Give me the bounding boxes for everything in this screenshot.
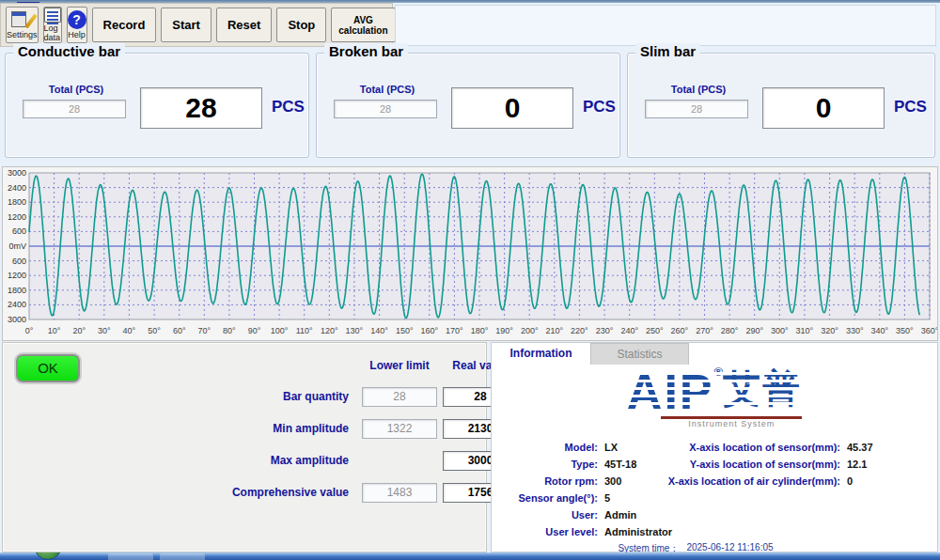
broken-unit-label: PCS	[583, 98, 616, 117]
svg-text:1800: 1800	[8, 197, 26, 207]
info-fields-right: X-axis location of sensor(mm):45.37 Y-ax…	[612, 439, 873, 490]
taskbar-button[interactable]	[160, 553, 205, 560]
help-button-label: Help	[68, 30, 86, 39]
svg-text:70°: 70°	[197, 326, 211, 335]
broken-bar-panel: Broken bar Total (PCS) 28 0 PCS	[316, 53, 620, 158]
broken-count-display: 0	[451, 87, 573, 129]
svg-text:2400: 2400	[8, 300, 26, 309]
svg-text:280°: 280°	[721, 326, 739, 335]
svg-text:310°: 310°	[796, 326, 814, 335]
svg-text:160°: 160°	[420, 326, 438, 335]
y-sensor-label: Y-axis location of sensor(mm):	[612, 459, 847, 470]
type-label: Type:	[499, 459, 604, 470]
taskbar-button[interactable]	[108, 553, 153, 560]
svg-text:250°: 250°	[646, 326, 664, 335]
taskbar-sliver[interactable]	[0, 552, 940, 560]
start-button[interactable]: Start	[161, 8, 212, 42]
y-sensor-value: 12.1	[847, 459, 867, 470]
user-level-value: Administrator	[604, 526, 672, 537]
slim-count-display: 0	[762, 87, 885, 129]
user-level-label: User level:	[499, 526, 604, 537]
conductive-count-display: 28	[140, 87, 262, 129]
settings-icon	[11, 10, 32, 29]
sensor-angle-label: Sensor angle(°):	[499, 492, 604, 504]
svg-text:330°: 330°	[846, 326, 864, 335]
waveform-chart: 0°10°20°30°40°50°60°70°80°90°100°110°120…	[2, 166, 938, 341]
settings-button-label: Settings	[7, 30, 38, 39]
record-button[interactable]: Record	[92, 8, 157, 42]
stop-button[interactable]: Stop	[276, 8, 326, 42]
svg-text:1200: 1200	[8, 271, 26, 280]
avg-calculation-button[interactable]: AVG calculation	[331, 8, 395, 42]
rotor-bar-tester-window: Settings Log data ? Help Record Start Re…	[0, 0, 940, 560]
conductive-total-label: Total (PCS)	[24, 84, 128, 95]
svg-text:100°: 100°	[271, 326, 289, 335]
row-label-max-amplitude: Max amplitude	[144, 454, 356, 467]
registered-mark-icon: ®	[714, 365, 724, 379]
svg-text:1200: 1200	[8, 212, 26, 222]
result-panel: OK Lower limit Real value Upper limit Ba…	[2, 342, 487, 552]
svg-text:190°: 190°	[495, 326, 513, 335]
aip-logo-chinese: 艾普	[723, 367, 802, 409]
svg-text:110°: 110°	[296, 326, 313, 335]
user-value: Admin	[604, 509, 636, 521]
svg-text:240°: 240°	[620, 326, 638, 335]
svg-text:360°: 360°	[921, 326, 937, 335]
svg-text:180°: 180°	[471, 326, 489, 335]
max-amplitude-lower-empty	[362, 451, 437, 471]
svg-text:260°: 260°	[671, 326, 689, 335]
slim-bar-title: Slim bar	[635, 43, 700, 59]
min-amplitude-lower-field: 1322	[362, 419, 437, 439]
conductive-bar-title: Conductive bar	[13, 43, 125, 59]
svg-text:340°: 340°	[870, 326, 888, 335]
x-air-cylinder-label: X-axis location of air cylinder(mm):	[612, 475, 847, 487]
aip-logo: AIP®艾普 Instrument System	[492, 367, 937, 416]
help-button[interactable]: ? Help	[67, 7, 87, 43]
svg-text:320°: 320°	[821, 326, 838, 335]
svg-text:120°: 120°	[321, 326, 338, 335]
model-label: Model:	[499, 442, 604, 453]
svg-text:3000: 3000	[8, 168, 26, 178]
svg-text:300°: 300°	[771, 326, 789, 335]
x-air-cylinder-value: 0	[847, 475, 853, 487]
svg-text:1800: 1800	[8, 286, 26, 295]
log-data-button-label: Log data	[44, 23, 61, 42]
row-label-min-amplitude: Min amplitude	[144, 422, 356, 435]
tab-information[interactable]: Information	[492, 343, 590, 365]
svg-text:0mV: 0mV	[8, 241, 26, 251]
svg-text:600: 600	[12, 226, 26, 236]
rotor-rpm-label: Rotor rpm:	[499, 475, 604, 487]
slim-bar-panel: Slim bar Total (PCS) 28 0 PCS	[627, 53, 935, 158]
log-data-button[interactable]: Log data	[43, 7, 62, 43]
reset-button[interactable]: Reset	[216, 8, 272, 42]
conductive-total-field: 28	[23, 100, 126, 118]
svg-text:20°: 20°	[72, 326, 86, 335]
slim-unit-label: PCS	[894, 98, 927, 117]
svg-text:270°: 270°	[696, 326, 713, 335]
start-orb-icon[interactable]	[34, 552, 62, 560]
svg-text:150°: 150°	[396, 326, 414, 335]
aip-logo-text: AIP	[627, 365, 714, 419]
info-tabstrip: Information Statistics	[492, 343, 937, 365]
conductive-bar-panel: Conductive bar Total (PCS) 28 28 PCS	[5, 53, 309, 158]
svg-text:40°: 40°	[123, 326, 136, 335]
question-circle-icon: ?	[68, 10, 86, 29]
x-sensor-label: X-axis location of sensor(mm):	[612, 442, 847, 453]
row-label-bar-quantity: Bar quantity	[144, 390, 356, 403]
svg-text:350°: 350°	[896, 326, 914, 335]
broken-total-field: 28	[334, 100, 437, 118]
svg-text:210°: 210°	[545, 326, 563, 335]
settings-button[interactable]: Settings	[6, 7, 39, 43]
toolbar-blank-panel	[395, 5, 936, 46]
svg-text:0°: 0°	[25, 326, 34, 335]
aip-logo-subtitle: Instrument System	[661, 416, 802, 428]
svg-text:290°: 290°	[745, 326, 763, 335]
toolbar: Settings Log data ? Help Record Start Re…	[0, 3, 393, 47]
tab-statistics[interactable]: Statistics	[590, 343, 689, 365]
svg-text:600: 600	[12, 257, 26, 266]
row-label-comprehensive-value: Comprehensive value	[144, 486, 356, 499]
sensor-angle-value: 5	[604, 492, 610, 504]
svg-text:60°: 60°	[173, 326, 186, 335]
bar-quantity-lower-field: 28	[362, 387, 437, 407]
comprehensive-lower-field: 1483	[362, 483, 437, 503]
